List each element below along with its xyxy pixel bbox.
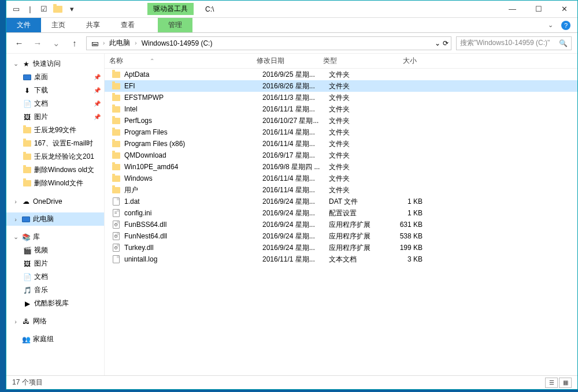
file-size: 199 KB [388,244,428,252]
file-row[interactable]: 用户2016/11/4 星期...文件夹 [105,184,577,196]
tab-share[interactable]: 共享 [76,18,110,32]
forward-button[interactable]: → [31,36,45,50]
file-row[interactable]: PerfLogs2016/10/27 星期...文件夹 [105,115,577,126]
file-row[interactable]: FunBSS64.dll2016/9/24 星期...应用程序扩展631 KB [105,219,577,230]
properties-icon[interactable]: ☑ [38,3,50,16]
ribbon-expand-icon[interactable]: ⌄ [548,21,553,29]
close-button[interactable]: ✕ [551,1,577,18]
network-icon: 🖧 [21,317,31,326]
tab-view[interactable]: 查看 [110,18,145,32]
recent-dropdown-icon[interactable]: ⌄ [49,36,63,50]
minimize-button[interactable]: — [499,1,525,18]
folder-icon[interactable] [51,3,64,16]
folder-icon [112,162,121,171]
statusbar: 17 个项目 ☰ ▦ [6,375,577,389]
sidebar-videos[interactable]: 🎬视频 [6,244,104,257]
address-bar[interactable]: 🖴 › 此电脑 › Windows10-14959 (C:) ⌄ ⟳ [86,36,451,50]
file-name: FunBSS64.dll [124,221,258,229]
tab-file[interactable]: 文件 [6,18,41,32]
sidebar-this-pc[interactable]: ›此电脑 [6,212,104,226]
tab-manage[interactable]: 管理 [158,18,192,32]
file-date: 2016/11/4 星期... [258,174,324,184]
breadcrumb-location[interactable]: Windows10-14959 (C:) [139,39,215,47]
explorer-window: ▭ | ☑ ▾ 驱动器工具 C:\ — ☐ ✕ 文件 主页 共享 查看 管理 ⌄… [6,0,578,390]
search-input[interactable]: 搜索"Windows10-14959 (C:)" 🔍 [456,36,572,50]
sidebar-youku[interactable]: ▶优酷影视库 [6,297,104,310]
breadcrumb-sep[interactable]: › [103,40,105,46]
search-icon[interactable]: 🔍 [559,39,568,47]
view-icons-button[interactable]: ▦ [559,378,572,388]
file-row[interactable]: QMDownload2016/9/17 星期...文件夹 [105,150,577,161]
file-type: 配置设置 [324,208,388,218]
column-type[interactable]: 类型 [318,56,382,66]
system-menu-icon[interactable]: ▭ [10,3,23,16]
sidebar-network[interactable]: ›🖧网络 [6,315,104,328]
file-row[interactable]: Program Files (x86)2016/11/4 星期...文件夹 [105,138,577,150]
chevron-right-icon[interactable]: › [12,198,19,205]
file-row[interactable]: 1.dat2016/9/24 星期...DAT 文件1 KB [105,196,577,207]
view-details-button[interactable]: ☰ [545,378,558,388]
refresh-icon[interactable]: ⟳ [443,39,449,47]
chevron-down-icon[interactable]: ⌄ [12,60,19,68]
file-row[interactable]: EFI2016/8/26 星期...文件夹 [105,80,577,92]
file-row[interactable]: Turkey.dll2016/9/24 星期...应用程序扩展199 KB [105,242,577,253]
sidebar-custom-folder[interactable]: 删除Winold文件 [6,177,104,190]
file-icon [112,197,121,206]
folder-icon [112,185,121,195]
column-headers: 名称⌃ 修改日期 类型 大小 [105,54,577,69]
sidebar-pictures[interactable]: 🖼图片📌 [6,110,104,124]
sidebar-custom-folder[interactable]: 删除Windows old文 [6,163,104,177]
file-icon [112,232,121,241]
qat-overflow-icon[interactable]: ▾ [65,3,78,16]
file-icon [112,255,121,264]
sidebar-downloads[interactable]: ⬇下载📌 [6,84,104,97]
sidebar-documents[interactable]: 📄文档📌 [6,97,104,110]
maximize-button[interactable]: ☐ [525,1,551,18]
file-row[interactable]: FunNest64.dll2016/9/24 星期...应用程序扩展538 KB [105,230,577,242]
file-row[interactable]: Intel2016/11/1 星期...文件夹 [105,103,577,115]
chevron-down-icon[interactable]: ⌄ [12,233,19,241]
folder-icon [112,81,121,91]
back-button[interactable]: ← [12,36,26,50]
up-button[interactable]: ↑ [68,36,81,50]
chevron-right-icon[interactable]: › [12,318,19,325]
tab-home[interactable]: 主页 [41,18,76,32]
chevron-right-icon[interactable]: › [12,216,19,223]
document-icon: 📄 [23,99,32,109]
file-name: Win10PE_amd64 [124,163,258,171]
file-name: config.ini [124,209,258,217]
sidebar-homegroup[interactable]: 👥家庭组 [6,333,104,346]
sidebar-lib-documents[interactable]: 📄文档 [6,270,104,283]
file-type: 应用程序扩展 [324,220,388,230]
sidebar-quick-access[interactable]: ⌄★快速访问 [6,57,104,70]
file-row[interactable]: Windows2016/11/4 星期...文件夹 [105,173,577,184]
file-row[interactable]: unintall.log2016/11/1 星期...文本文档3 KB [105,253,577,265]
file-row[interactable]: config.ini2016/9/24 星期...配置设置1 KB [105,207,577,219]
file-name: FunNest64.dll [124,232,258,240]
folder-icon [23,179,32,188]
help-icon[interactable]: ? [561,21,570,30]
file-row[interactable]: Program Files2016/11/4 星期...文件夹 [105,126,577,138]
document-icon: 📄 [23,272,32,282]
download-icon: ⬇ [23,86,32,95]
folder-icon [112,70,121,79]
column-name[interactable]: 名称⌃ [105,56,252,66]
sidebar-custom-folder[interactable]: 壬辰龙99文件 [6,124,104,137]
sidebar-music[interactable]: 🎵音乐 [6,283,104,297]
sidebar-lib-pictures[interactable]: 🖼图片 [6,257,104,270]
sidebar-custom-folder[interactable]: 壬辰龙经验论文201 [6,150,104,163]
column-date[interactable]: 修改日期 [252,56,318,66]
file-row[interactable]: EFSTMPWP2016/11/3 星期...文件夹 [105,92,577,103]
sidebar-onedrive[interactable]: ›☁OneDrive [6,195,104,208]
sidebar-custom-folder[interactable]: 167、设置E-mail时 [6,137,104,150]
file-row[interactable]: AptData2016/9/25 星期...文件夹 [105,69,577,80]
column-size[interactable]: 大小 [382,56,423,66]
sidebar-desktop[interactable]: 桌面📌 [6,70,104,84]
file-date: 2016/11/4 星期... [258,128,324,137]
sidebar-library[interactable]: ⌄📚库 [6,230,104,244]
file-type: 文件夹 [324,128,388,137]
file-row[interactable]: Win10PE_amd642016/9/8 星期四 ...文件夹 [105,161,577,173]
breadcrumb-this-pc[interactable]: 此电脑 [107,38,132,48]
address-dropdown-icon[interactable]: ⌄ [435,39,440,47]
breadcrumb-sep[interactable]: › [135,40,136,46]
